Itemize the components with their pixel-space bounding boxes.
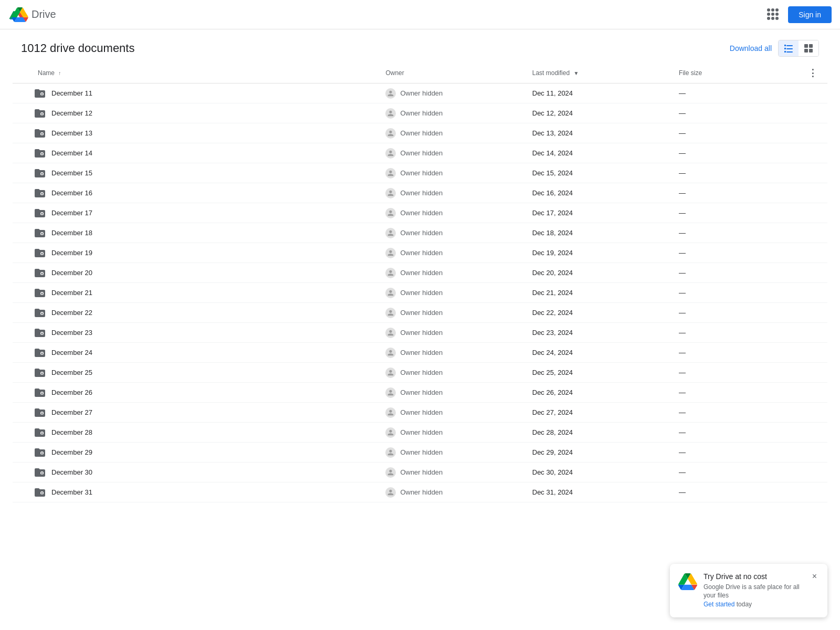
file-modified-cell: Dec 31, 2024 [526, 482, 673, 502]
file-owner-cell: Owner hidden [379, 143, 526, 163]
table-row[interactable]: December 30 Owner hidden Dec 30, 2024— [13, 463, 827, 482]
file-modified-cell: Dec 26, 2024 [526, 383, 673, 403]
file-size-cell: — [673, 203, 795, 223]
owner-avatar [385, 168, 396, 178]
svg-rect-10 [786, 51, 793, 52]
avatar-person-icon [386, 289, 395, 297]
table-row[interactable]: December 29 Owner hidden Dec 29, 2024— [13, 443, 827, 463]
file-more-cell [795, 203, 827, 223]
svg-rect-12 [809, 44, 813, 48]
shared-folder-icon [34, 167, 46, 180]
grid-view-button[interactable] [799, 40, 818, 56]
avatar-person-icon [386, 329, 395, 337]
owner-avatar [385, 208, 396, 218]
table-row[interactable]: December 19 Owner hidden Dec 19, 2024— [13, 243, 827, 263]
file-more-cell [795, 423, 827, 443]
file-modified-cell: Dec 28, 2024 [526, 423, 673, 443]
page-title-area: 1012 drive documents Download all [0, 29, 840, 63]
avatar-person-icon [386, 89, 395, 98]
file-name: December 13 [51, 129, 92, 137]
file-size-cell: — [673, 403, 795, 423]
table-header-row: Name ↑ Owner Last modified ▼ File size ⋮ [13, 63, 827, 83]
file-owner-cell: Owner hidden [379, 363, 526, 383]
shared-folder-icon [34, 327, 46, 339]
file-modified-cell: Dec 18, 2024 [526, 223, 673, 243]
table-row[interactable]: December 25 Owner hidden Dec 25, 2024— [13, 363, 827, 383]
column-header-modified[interactable]: Last modified ▼ [526, 63, 673, 83]
file-more-cell [795, 263, 827, 283]
owner-name: Owner hidden [400, 189, 443, 197]
table-row[interactable]: December 17 Owner hidden Dec 17, 2024— [13, 203, 827, 223]
owner-name: Owner hidden [400, 209, 443, 217]
avatar-person-icon [386, 229, 395, 237]
table-row[interactable]: December 21 Owner hidden Dec 21, 2024— [13, 283, 827, 303]
table-row[interactable]: December 12 Owner hidden Dec 12, 2024— [13, 103, 827, 123]
file-size-cell: — [673, 263, 795, 283]
file-size-cell: — [673, 463, 795, 482]
file-name-cell: December 27 [13, 403, 379, 423]
table-row[interactable]: December 23 Owner hidden Dec 23, 2024— [13, 323, 827, 343]
owner-avatar [385, 248, 396, 258]
table-row[interactable]: December 14 Owner hidden Dec 14, 2024— [13, 143, 827, 163]
table-row[interactable]: December 26 Owner hidden Dec 26, 2024— [13, 383, 827, 403]
shared-folder-icon [34, 466, 46, 479]
file-modified-cell: Dec 25, 2024 [526, 363, 673, 383]
table-row[interactable]: December 15 Owner hidden Dec 15, 2024— [13, 163, 827, 183]
file-name: December 29 [51, 448, 92, 456]
avatar-person-icon [386, 189, 395, 197]
owner-avatar [385, 108, 396, 119]
shared-folder-icon [34, 267, 46, 279]
file-size-cell: — [673, 123, 795, 143]
file-owner-cell: Owner hidden [379, 323, 526, 343]
svg-rect-13 [804, 49, 808, 52]
column-header-owner[interactable]: Owner [379, 63, 526, 83]
owner-name: Owner hidden [400, 468, 443, 476]
svg-rect-8 [786, 48, 793, 49]
file-name: December 14 [51, 149, 92, 157]
file-name: December 15 [51, 169, 92, 177]
avatar-person-icon [386, 149, 395, 158]
column-header-size[interactable]: File size [673, 63, 795, 83]
table-row[interactable]: December 11 Owner hidden Dec 11, 2024— [13, 83, 827, 103]
owner-avatar [385, 228, 396, 238]
more-options-icon[interactable]: ⋮ [805, 67, 821, 79]
table-row[interactable]: December 27 Owner hidden Dec 27, 2024— [13, 403, 827, 423]
table-row[interactable]: December 18 Owner hidden Dec 18, 2024— [13, 223, 827, 243]
owner-avatar [385, 387, 396, 398]
file-owner-cell: Owner hidden [379, 183, 526, 203]
owner-name: Owner hidden [400, 129, 443, 137]
file-name-cell: December 25 [13, 363, 379, 383]
table-row[interactable]: December 20 Owner hidden Dec 20, 2024— [13, 263, 827, 283]
file-owner-cell: Owner hidden [379, 423, 526, 443]
sign-in-button[interactable]: Sign in [788, 6, 832, 23]
table-row[interactable]: December 22 Owner hidden Dec 22, 2024— [13, 303, 827, 323]
owner-avatar [385, 148, 396, 159]
file-more-cell [795, 243, 827, 263]
file-name: December 16 [51, 189, 92, 197]
table-row[interactable]: December 28 Owner hidden Dec 28, 2024— [13, 423, 827, 443]
shared-folder-icon [34, 386, 46, 399]
file-more-cell [795, 363, 827, 383]
table-row[interactable]: December 24 Owner hidden Dec 24, 2024— [13, 343, 827, 363]
file-name-cell: December 11 [13, 83, 379, 103]
table-row[interactable]: December 31 Owner hidden Dec 31, 2024— [13, 482, 827, 502]
file-name-cell: December 28 [13, 423, 379, 443]
table-row[interactable]: December 16 Owner hidden Dec 16, 2024— [13, 183, 827, 203]
file-more-cell [795, 163, 827, 183]
download-all-link[interactable]: Download all [730, 44, 772, 52]
list-view-button[interactable] [779, 40, 799, 56]
file-name-cell: December 30 [13, 463, 379, 482]
svg-rect-7 [784, 48, 786, 49]
owner-name: Owner hidden [400, 488, 443, 496]
table-row[interactable]: December 13 Owner hidden Dec 13, 2024— [13, 123, 827, 143]
file-size-cell: — [673, 243, 795, 263]
file-name: December 24 [51, 349, 92, 356]
column-header-name[interactable]: Name ↑ [13, 63, 379, 83]
file-modified-cell: Dec 14, 2024 [526, 143, 673, 163]
owner-name: Owner hidden [400, 169, 443, 177]
file-size-cell: — [673, 183, 795, 203]
owner-avatar [385, 308, 396, 318]
avatar-person-icon [386, 209, 395, 217]
apps-grid-icon[interactable] [767, 8, 780, 21]
owner-avatar [385, 348, 396, 358]
